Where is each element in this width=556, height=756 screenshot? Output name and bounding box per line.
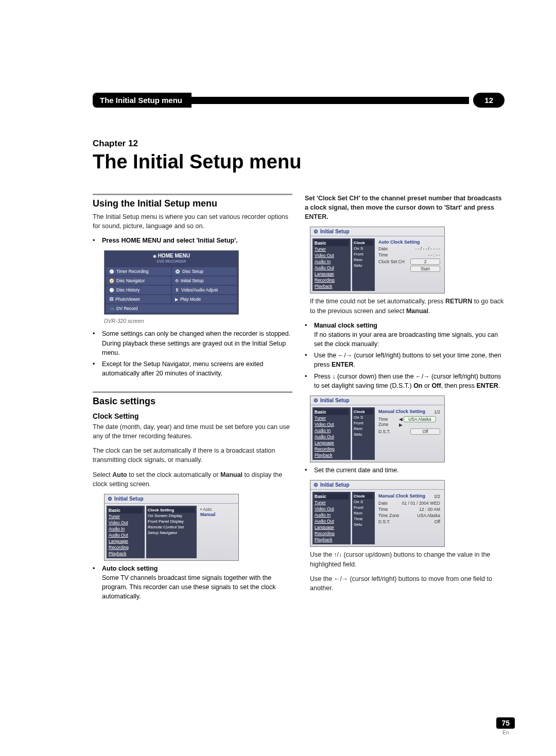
ui-manual-1-panel: Manual Clock Setting1/2 Time Zone◀ USA A…: [376, 407, 442, 460]
ui-submenu-trunc: Clock On S Front Rem Time Setu: [352, 492, 375, 544]
hm-disc-history: 🕑Disc History: [106, 286, 171, 294]
section-heading-basic: Basic settings: [93, 396, 292, 407]
section-rule: [93, 194, 292, 195]
right-column: Set 'Clock Set CH' to the channel preset…: [305, 194, 505, 603]
ui-sidebar: Basic Tuner Video Out Audio In Audio Out…: [312, 407, 351, 460]
photo-icon: 🖼: [109, 297, 113, 302]
header-chapter-number: 12: [473, 93, 505, 108]
ui-sidebar: Basic Tuner Video Out Audio In Audio Out…: [312, 492, 351, 544]
hm-play-mode: ▶Play Mode: [172, 295, 237, 303]
header-rule: [192, 97, 469, 104]
arrow-up-down-icon: ↑/↓: [334, 551, 342, 558]
chapter-label: Chapter 12: [93, 139, 505, 149]
disc-icon: 💿: [175, 269, 180, 274]
ui-sidebar: Basic Tuner Video Out Audio In Audio Out…: [312, 238, 351, 291]
hm-timer-recording: 🕘Timer Recording: [106, 267, 171, 276]
note-auto-exit: • Except for the Setup Navigator, menu s…: [93, 359, 292, 378]
ui-sidebar: Basic Tuner Video Out Audio In Audio Out…: [107, 506, 145, 558]
set-current-date-time: • Set the current date and time.: [305, 466, 505, 475]
camera-icon: 📹: [109, 306, 114, 311]
manual-clock-heading: • Manual clock setting If no stations in…: [305, 321, 505, 349]
clock-paragraph-2: The clock can be set automatically if th…: [93, 446, 292, 465]
hm-photoviewer: 🖼PhotoViewer: [106, 295, 171, 303]
sliders-icon: 🎚: [175, 288, 179, 293]
clock-paragraph-1: The date (month, day, year) and time mus…: [93, 422, 292, 441]
section-rule: [93, 391, 292, 393]
intro-paragraph: The Initial Setup menu is where you can …: [93, 212, 292, 231]
tail-paragraph-1: Use the ↑/↓ (cursor up/down) buttons to …: [310, 550, 505, 569]
play-icon: ▶: [175, 297, 178, 302]
instruction-press-home: • Press HOME MENU and select 'Initial Se…: [93, 236, 292, 245]
section-heading-using: Using the Initial Setup menu: [93, 198, 292, 209]
manual-step-1: • Use the ←/→ (cursor left/right) button…: [305, 351, 505, 370]
start-button: Start: [410, 266, 440, 272]
tail-paragraph-2: Use the ←/→ (cursor left/right) buttons …: [310, 574, 505, 593]
left-column: Using the Initial Setup menu The Initial…: [93, 194, 292, 603]
clock-set-ch-value: 2: [410, 259, 440, 265]
gear-icon: ⚙: [175, 279, 179, 283]
ui-submenu-trunc: Clock On S Front Rem Setu: [352, 407, 375, 460]
clock-paragraph-3: Select Auto to set the clock automatical…: [93, 470, 292, 489]
arrow-left-right-icon: ←/→: [338, 352, 352, 359]
nav-icon: 🧭: [109, 279, 114, 283]
ui-options: • Auto Manual: [198, 506, 236, 558]
gear-icon: ⚙: [314, 398, 318, 403]
gear-icon: ⚙: [314, 229, 318, 234]
ui-submenu-trunc: Clock On S Front Rem Setu: [352, 238, 375, 291]
ui-manual-2-panel: Manual Clock Setting2/2 Date01 / 01 / 20…: [376, 492, 442, 544]
page-title: The Initial Setup menu: [93, 151, 505, 173]
set-clock-ch-instruction: Set 'Clock Set CH' to the channel preset…: [305, 194, 505, 221]
ui-auto-panel: Auto Clock Setting Date- - / - - / - - -…: [376, 238, 442, 291]
manual-step-2: • Press ↓ (cursor down) then use the ←/→…: [305, 372, 505, 391]
figure-auto-clock: ⚙Initial Setup Basic Tuner Video Out Aud…: [310, 227, 445, 294]
home-menu-title: ◉ HOME MENU DVD RECORDER: [105, 251, 238, 266]
hm-dv-record: 📹DV Record: [106, 304, 237, 313]
arrow-left-right-icon: ←/→: [334, 575, 348, 582]
hm-video-audio-adjust: 🎚Video/Audio Adjust: [172, 286, 237, 294]
figure-home-menu: ◉ HOME MENU DVD RECORDER 🕘Timer Recordin…: [104, 250, 239, 315]
history-icon: 🕑: [109, 288, 114, 293]
hm-disc-setup: 💿Disc Setup: [172, 267, 237, 276]
figure-manual-clock-1: ⚙Initial Setup Basic Tuner Video Out Aud…: [310, 396, 445, 462]
hm-initial-setup: ⚙Initial Setup: [172, 277, 237, 285]
figure-manual-clock-2: ⚙Initial Setup Basic Tuner Video Out Aud…: [310, 480, 445, 547]
ui-submenu: Clock Setting On Screen Display Front Pa…: [146, 506, 197, 558]
note-grayed-out: • Some settings can only be changed when…: [93, 329, 292, 357]
gear-icon: ⚙: [314, 482, 318, 488]
header-title-tab: The Initial Setup menu: [93, 93, 192, 108]
arrow-left-right-icon: ←/→: [415, 373, 429, 380]
clock-icon: 🕘: [109, 269, 114, 274]
figure-caption: DVR-320 screen: [104, 318, 292, 324]
auto-clock-heading: • Auto clock setting Some TV channels br…: [93, 564, 292, 602]
gear-icon: ⚙: [108, 496, 112, 502]
return-paragraph: If the time could not be set automatical…: [310, 297, 505, 315]
header-bar: The Initial Setup menu 12: [93, 93, 505, 108]
dvd-icon: ◉: [153, 254, 157, 259]
figure-clock-setting-menu: ⚙Initial Setup Basic Tuner Video Out Aud…: [104, 494, 239, 561]
hm-disc-navigator: 🧭Disc Navigator: [106, 277, 171, 285]
subhead-clock-setting: Clock Setting: [93, 412, 292, 420]
